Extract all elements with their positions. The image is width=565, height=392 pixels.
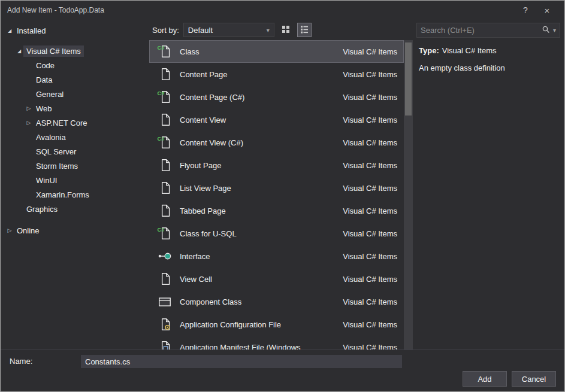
expand-icon[interactable]: ▷ (25, 105, 33, 111)
sidebar-item-label: Xamarin.Forms (33, 189, 92, 200)
template-name: Interface (180, 252, 338, 261)
sidebar-item-storm-items[interactable]: Storm Items (1, 159, 149, 173)
expand-icon[interactable]: ▷ (5, 227, 14, 233)
search-box[interactable]: Search (Ctrl+E) ▾ (416, 23, 560, 38)
type-value: Visual C# Items (442, 46, 497, 55)
sidebar-item-graphics[interactable]: Graphics (1, 202, 149, 216)
title-bar: Add New Item - TodoApp.Data ? × (1, 1, 564, 20)
template-name: Content Page (180, 70, 338, 79)
category-tree: ◢Installed◢Visual C# ItemsCodeDataGenera… (1, 20, 149, 350)
template-name: Application Manifest File (Windows (180, 343, 338, 350)
sort-dropdown-value: Default (188, 26, 267, 35)
template-item[interactable]: C#ClassVisual C# Items (149, 40, 404, 63)
template-category: Visual C# Items (343, 70, 397, 79)
template-item[interactable]: Content PageVisual C# Items (149, 63, 404, 86)
template-name: Tabbed Page (180, 206, 338, 215)
sidebar-item-installed[interactable]: ◢Installed (1, 23, 149, 38)
type-label: Type: (419, 46, 439, 55)
template-name: Content Page (C#) (180, 93, 338, 102)
template-category: Visual C# Items (343, 320, 397, 329)
sidebar-item-label: Installed (14, 25, 49, 37)
scrollbar-thumb[interactable] (405, 42, 412, 116)
template-name: Content View (C#) (180, 138, 338, 147)
svg-text:C#: C# (158, 45, 165, 51)
template-name: List View Page (180, 184, 338, 193)
sidebar-item-general[interactable]: General (1, 87, 149, 101)
template-category: Visual C# Items (343, 47, 397, 56)
collapse-icon[interactable]: ◢ (15, 48, 23, 54)
close-button[interactable]: × (536, 5, 558, 16)
sidebar-item-online[interactable]: ▷Online (1, 223, 149, 238)
template-name: Flyout Page (180, 161, 338, 170)
template-item[interactable]: Application Manifest File (WindowsVisual… (149, 336, 404, 350)
template-details: Type:Visual C# Items An empty class defi… (413, 38, 564, 81)
sidebar-item-label: SQL Server (33, 146, 79, 157)
template-item[interactable]: C#Content View (C#)Visual C# Items (149, 131, 404, 154)
sidebar-item-label: Online (14, 225, 43, 236)
list-view-button[interactable] (297, 23, 312, 37)
chevron-down-icon: ▾ (267, 27, 270, 34)
csharp-class-icon: C# (157, 226, 173, 241)
search-input[interactable]: Search (Ctrl+E) (421, 26, 539, 35)
sort-dropdown[interactable]: Default ▾ (183, 23, 274, 37)
grid-view-icon (282, 25, 290, 35)
medium-icons-view-button[interactable] (279, 23, 293, 37)
sidebar-item-label: ASP.NET Core (33, 117, 90, 129)
cancel-button[interactable]: Cancel (512, 371, 556, 387)
sidebar-item-label: Visual C# Items (23, 45, 84, 57)
template-category: Visual C# Items (343, 252, 397, 261)
template-item[interactable]: InterfaceVisual C# Items (149, 245, 404, 268)
template-category: Visual C# Items (343, 206, 397, 215)
svg-text:C#: C# (158, 90, 165, 96)
expand-icon[interactable]: ▷ (25, 120, 33, 126)
sidebar-item-label: Data (33, 74, 55, 86)
sidebar-item-xamarin-forms[interactable]: Xamarin.Forms (1, 187, 149, 202)
template-description: An empty class definition (419, 63, 558, 74)
template-category: Visual C# Items (343, 297, 397, 306)
sidebar-item-label: General (33, 89, 67, 100)
csharp-class-icon: C# (157, 44, 173, 59)
template-name: Class (180, 47, 338, 56)
name-input[interactable] (81, 355, 402, 368)
sidebar-item-winui[interactable]: WinUI (1, 173, 149, 187)
search-icon[interactable] (542, 25, 550, 35)
help-button[interactable]: ? (515, 5, 536, 15)
template-item[interactable]: View CellVisual C# Items (149, 268, 404, 290)
list-scrollbar[interactable] (404, 40, 413, 350)
template-item[interactable]: C#Content Page (C#)Visual C# Items (149, 86, 404, 108)
template-name: Application Configuration File (180, 320, 338, 329)
footer-bar: Name: Add Cancel (1, 350, 564, 391)
template-item[interactable]: Flyout PageVisual C# Items (149, 154, 404, 177)
sidebar-item-label: Storm Items (33, 160, 81, 172)
add-button[interactable]: Add (463, 371, 507, 387)
window-title: Add New Item - TodoApp.Data (7, 6, 104, 14)
svg-text:C#: C# (158, 227, 165, 233)
template-name: Content View (180, 116, 338, 124)
csharp-class-icon: C# (157, 89, 173, 105)
document-icon (157, 180, 173, 196)
manifest-file-icon (157, 339, 173, 350)
collapse-icon[interactable]: ◢ (5, 28, 14, 34)
sidebar-item-aspnet-core[interactable]: ▷ASP.NET Core (1, 116, 149, 130)
sidebar-item-avalonia[interactable]: Avalonia (1, 130, 149, 144)
template-item[interactable]: Content ViewVisual C# Items (149, 108, 404, 131)
template-item[interactable]: List View PageVisual C# Items (149, 177, 404, 199)
template-item[interactable]: Application Configuration FileVisual C# … (149, 313, 404, 336)
sidebar-item-label: Code (33, 60, 58, 71)
template-list-column: Sort by: Default ▾ C#ClassVisual C# Item… (149, 20, 413, 350)
sidebar-item-visual-csharp-items[interactable]: ◢Visual C# Items (1, 44, 149, 58)
template-category: Visual C# Items (343, 138, 397, 147)
template-category: Visual C# Items (343, 93, 397, 102)
sidebar-item-label: WinUI (33, 175, 60, 186)
template-name: Class for U-SQL (180, 229, 338, 238)
sidebar-item-data[interactable]: Data (1, 72, 149, 87)
search-dropdown-icon[interactable]: ▾ (553, 27, 556, 34)
component-icon (157, 294, 173, 309)
sidebar-item-code[interactable]: Code (1, 58, 149, 72)
template-item[interactable]: C#Class for U-SQLVisual C# Items (149, 222, 404, 245)
template-list: C#ClassVisual C# ItemsContent PageVisual… (149, 40, 404, 350)
sidebar-item-web[interactable]: ▷Web (1, 101, 149, 116)
sidebar-item-sql-server[interactable]: SQL Server (1, 144, 149, 159)
template-item[interactable]: Component ClassVisual C# Items (149, 290, 404, 313)
template-item[interactable]: Tabbed PageVisual C# Items (149, 199, 404, 222)
